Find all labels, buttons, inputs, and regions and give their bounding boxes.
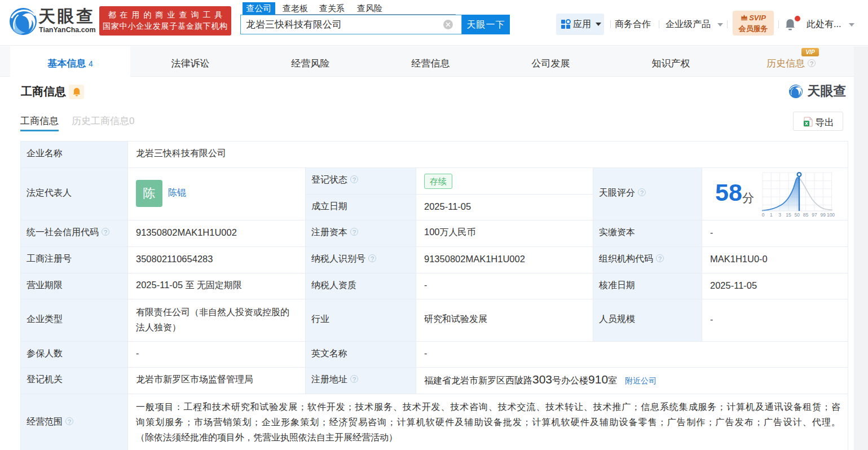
svg-text:15: 15 (786, 212, 791, 218)
svg-text:100: 100 (827, 212, 835, 218)
svg-text:3: 3 (778, 212, 781, 218)
svg-text:1: 1 (770, 212, 773, 218)
svg-text:0: 0 (762, 212, 765, 218)
svg-text:85: 85 (803, 212, 809, 218)
svg-text:99: 99 (821, 212, 826, 218)
svg-text:50: 50 (795, 212, 800, 218)
svg-text:97: 97 (812, 212, 817, 218)
